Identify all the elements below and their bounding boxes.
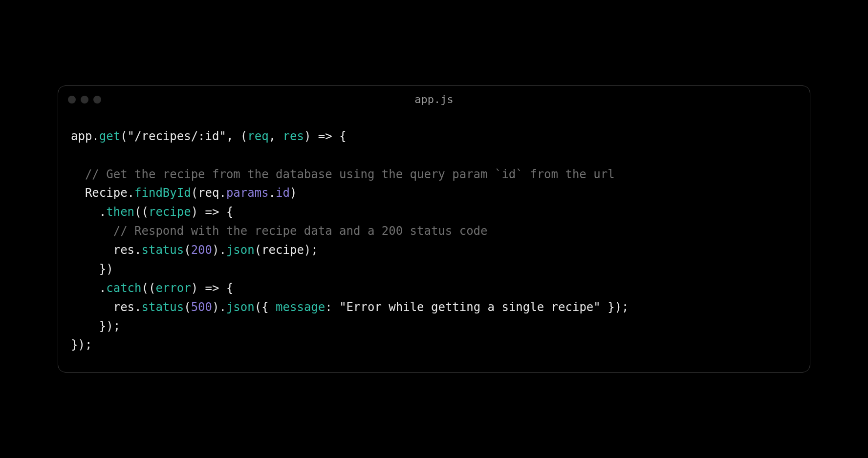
code-line: app.get("/recipes/:id", (req, res) => { — [71, 127, 797, 146]
code-line: .then((recipe) => { — [71, 203, 797, 222]
code-token: recipe — [149, 205, 191, 219]
stage: app.js app.get("/recipes/:id", (req, res… — [0, 0, 868, 458]
code-token: ). — [212, 300, 226, 314]
code-token: params — [226, 186, 269, 200]
code-token: // Get the recipe from the database usin… — [85, 167, 615, 181]
code-token: ( — [184, 300, 191, 314]
code-token: res. — [71, 243, 142, 257]
code-token: ({ — [255, 300, 276, 314]
code-token: req — [247, 129, 268, 143]
editor-window: app.js app.get("/recipes/:id", (req, res… — [58, 85, 810, 373]
code-line — [71, 146, 797, 165]
code-line: res.status(500).json({ message: "Error w… — [71, 298, 797, 317]
code-token: res. — [71, 300, 142, 314]
zoom-icon[interactable] — [93, 96, 101, 104]
code-token: res — [283, 129, 304, 143]
code-token: status — [142, 300, 184, 314]
code-token: . — [71, 205, 106, 219]
minimize-icon[interactable] — [81, 96, 88, 104]
window-controls — [68, 96, 101, 104]
code-token: findById — [134, 186, 191, 200]
code-token: app. — [71, 129, 99, 143]
code-block: app.get("/recipes/:id", (req, res) => { … — [58, 113, 810, 373]
code-token: then — [106, 205, 134, 219]
code-token: // Respond with the recipe data and a 20… — [113, 224, 488, 238]
code-token: }); — [601, 300, 629, 314]
code-token: 500 — [191, 300, 212, 314]
code-token: get — [99, 129, 120, 143]
code-line: res.status(200).json(recipe); — [71, 241, 797, 260]
code-token: "/recipes/:id" — [128, 129, 226, 143]
code-token: , — [269, 129, 283, 143]
code-line: // Respond with the recipe data and a 20… — [71, 222, 797, 241]
code-line: // Get the recipe from the database usin… — [71, 165, 797, 184]
code-token: }) — [71, 262, 113, 276]
code-token: status — [142, 243, 184, 257]
close-icon[interactable] — [68, 96, 76, 104]
code-token: ) => { — [304, 129, 347, 143]
code-token: error — [155, 281, 191, 295]
code-line: }); — [71, 317, 797, 336]
code-token — [71, 224, 113, 238]
code-token: ). — [212, 243, 226, 257]
code-token: ) — [290, 186, 297, 200]
code-token: "Error while getting a single recipe" — [339, 300, 601, 314]
code-token: }); — [71, 319, 120, 333]
code-token: ) => { — [191, 281, 234, 295]
code-token: }); — [71, 338, 92, 352]
code-line: Recipe.findById(req.params.id) — [71, 184, 797, 203]
code-token: json — [226, 243, 255, 257]
code-line: }); — [71, 335, 797, 354]
code-line: .catch((error) => { — [71, 279, 797, 298]
code-token: ( — [120, 129, 127, 143]
code-token: (req. — [191, 186, 226, 200]
code-token: . — [71, 281, 106, 295]
code-token: (( — [134, 205, 149, 219]
code-token: . — [269, 186, 276, 200]
window-title: app.js — [58, 93, 810, 105]
code-token: (recipe); — [255, 243, 318, 257]
code-token: : — [325, 300, 339, 314]
code-line: }) — [71, 260, 797, 279]
code-token — [71, 167, 85, 181]
code-token: Recipe. — [71, 186, 134, 200]
code-token: , ( — [226, 129, 247, 143]
code-token: id — [276, 186, 290, 200]
code-token: 200 — [191, 243, 212, 257]
code-token: ( — [184, 243, 191, 257]
code-token: catch — [106, 281, 141, 295]
code-token: message — [276, 300, 325, 314]
code-token: json — [226, 300, 255, 314]
code-token: (( — [142, 281, 156, 295]
window-titlebar: app.js — [58, 86, 810, 113]
code-token: ) => { — [191, 205, 234, 219]
